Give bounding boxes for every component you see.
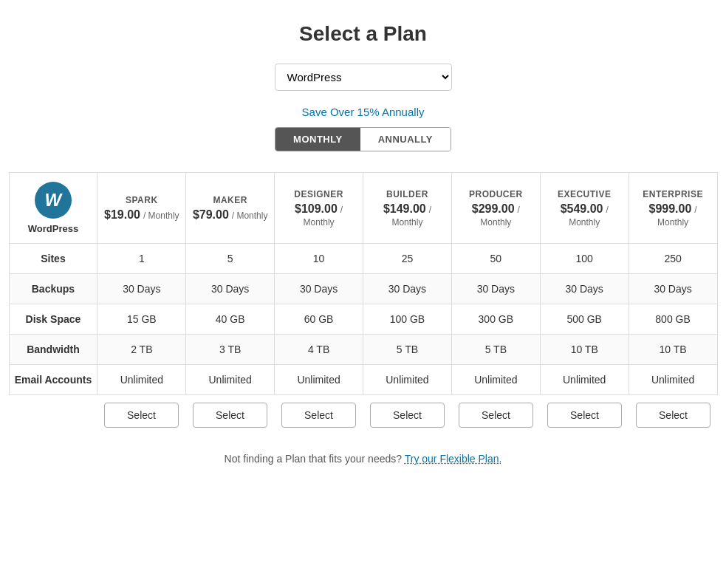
select-cell-producer: Select — [452, 395, 541, 435]
plan-header-enterprise: ENTERPRISE $999.00 / Monthly — [629, 173, 717, 244]
page-title: Select a Plan — [299, 22, 427, 46]
table-cell: 5 TB — [363, 335, 452, 365]
table-header-row: W WordPress SPARK $19.00 / Monthly MAKER… — [9, 173, 717, 244]
table-cell: 30 Days — [97, 274, 186, 304]
plan-name: ENTERPRISE — [634, 189, 713, 199]
table-cell: 100 GB — [363, 304, 452, 335]
plan-price: $999.00 — [649, 202, 692, 215]
table-cell: 10 TB — [540, 335, 629, 365]
plan-price: $149.00 — [383, 202, 426, 215]
table-cell: Unlimited — [629, 365, 717, 395]
table-cell: 30 Days — [275, 274, 363, 304]
table-cell: 3 TB — [186, 335, 275, 365]
select-cell-builder: Select — [363, 395, 452, 435]
table-cell: 250 — [629, 244, 717, 274]
row-label-disk-space: Disk Space — [9, 304, 97, 335]
select-buttons-table: SelectSelectSelectSelectSelectSelectSele… — [9, 395, 718, 435]
footer-static-text: Not finding a Plan that fits your needs? — [225, 453, 402, 465]
plan-header-spark: SPARK $19.00 / Monthly — [97, 173, 186, 244]
table-cell: 10 — [275, 244, 363, 274]
select-button-builder[interactable]: Select — [370, 403, 445, 428]
table-cell: Unlimited — [451, 365, 540, 395]
table-cell: 100 — [540, 244, 629, 274]
table-row: Email AccountsUnlimitedUnlimitedUnlimite… — [9, 365, 717, 395]
billing-toggle: MONTHLY ANNUALLY — [275, 127, 451, 151]
select-button-maker[interactable]: Select — [193, 403, 267, 428]
platform-dropdown[interactable]: WordPressWooCommerceJoomlaDrupal — [275, 64, 452, 91]
table-cell: 5 — [186, 244, 275, 274]
table-cell: 500 GB — [540, 304, 629, 335]
table-cell: 800 GB — [629, 304, 717, 335]
select-cell-spark: Select — [97, 395, 186, 435]
select-cell-enterprise: Select — [629, 395, 718, 435]
table-cell: 30 Days — [186, 274, 275, 304]
select-cell-executive: Select — [541, 395, 629, 435]
table-cell: Unlimited — [275, 365, 363, 395]
table-cell: 5 TB — [451, 335, 540, 365]
table-cell: 25 — [363, 244, 452, 274]
plan-price: $109.00 — [295, 202, 338, 215]
table-cell: Unlimited — [186, 365, 275, 395]
logo-header-cell: W WordPress — [9, 173, 97, 244]
table-cell: Unlimited — [97, 365, 186, 395]
table-cell: 30 Days — [629, 274, 717, 304]
plan-name: DESIGNER — [279, 189, 358, 199]
table-cell: 40 GB — [186, 304, 275, 335]
table-row: Disk Space15 GB40 GB60 GB100 GB300 GB500… — [9, 304, 717, 335]
plans-table: W WordPress SPARK $19.00 / Monthly MAKER… — [9, 172, 718, 395]
plan-name: PRODUCER — [456, 189, 535, 199]
plan-header-producer: PRODUCER $299.00 / Monthly — [451, 173, 540, 244]
wp-circle-icon: W — [35, 182, 72, 219]
monthly-toggle-button[interactable]: MONTHLY — [275, 128, 360, 151]
table-row: Backups30 Days30 Days30 Days30 Days30 Da… — [9, 274, 717, 304]
table-cell: Unlimited — [540, 365, 629, 395]
plan-name: EXECUTIVE — [545, 189, 624, 199]
table-cell: 4 TB — [275, 335, 363, 365]
select-cell-designer: Select — [275, 395, 363, 435]
table-cell: 30 Days — [540, 274, 629, 304]
plan-header-executive: EXECUTIVE $549.00 / Monthly — [540, 173, 629, 244]
row-label-sites: Sites — [9, 244, 97, 274]
plan-header-designer: DESIGNER $109.00 / Monthly — [275, 173, 363, 244]
table-cell: 15 GB — [97, 304, 186, 335]
table-cell: 10 TB — [629, 335, 717, 365]
table-row: Bandwidth2 TB3 TB4 TB5 TB5 TB10 TB10 TB — [9, 335, 717, 365]
select-button-spark[interactable]: Select — [104, 403, 179, 428]
wp-letter: W — [45, 190, 62, 211]
table-cell: Unlimited — [363, 365, 452, 395]
table-cell: 60 GB — [275, 304, 363, 335]
table-cell: 30 Days — [451, 274, 540, 304]
select-button-executive[interactable]: Select — [547, 403, 622, 428]
table-cell: 2 TB — [97, 335, 186, 365]
select-row: SelectSelectSelectSelectSelectSelectSele… — [9, 395, 718, 435]
row-label-backups: Backups — [9, 274, 97, 304]
wp-logo: W WordPress — [14, 182, 93, 234]
table-cell: 1 — [97, 244, 186, 274]
footer-text: Not finding a Plan that fits your needs?… — [225, 453, 502, 465]
plan-period: / Monthly — [143, 211, 179, 221]
plan-price: $299.00 — [472, 202, 515, 215]
select-button-enterprise[interactable]: Select — [636, 403, 710, 428]
select-cell-maker: Select — [186, 395, 275, 435]
plan-name: MAKER — [191, 195, 270, 205]
plan-header-maker: MAKER $79.00 / Monthly — [186, 173, 275, 244]
plan-header-builder: BUILDER $149.00 / Monthly — [363, 173, 452, 244]
select-button-producer[interactable]: Select — [459, 403, 533, 428]
wp-logo-label: WordPress — [28, 223, 78, 234]
plan-price: $549.00 — [561, 202, 603, 215]
row-label-bandwidth: Bandwidth — [9, 335, 97, 365]
plan-period: / Monthly — [232, 211, 268, 221]
annually-toggle-button[interactable]: ANNUALLY — [360, 128, 451, 151]
select-button-designer[interactable]: Select — [281, 403, 356, 428]
table-row: Sites15102550100250 — [9, 244, 717, 274]
plan-price: $79.00 — [193, 208, 229, 221]
plan-price: $19.00 — [104, 208, 140, 221]
table-cell: 300 GB — [451, 304, 540, 335]
table-cell: 50 — [451, 244, 540, 274]
save-text: Save Over 15% Annually — [302, 106, 425, 118]
row-label-email-accounts: Email Accounts — [9, 365, 97, 395]
plans-table-container: W WordPress SPARK $19.00 / Monthly MAKER… — [9, 172, 718, 435]
table-cell: 30 Days — [363, 274, 452, 304]
flexible-plan-link[interactable]: Try our Flexible Plan. — [405, 453, 502, 465]
plan-name: BUILDER — [368, 189, 447, 199]
